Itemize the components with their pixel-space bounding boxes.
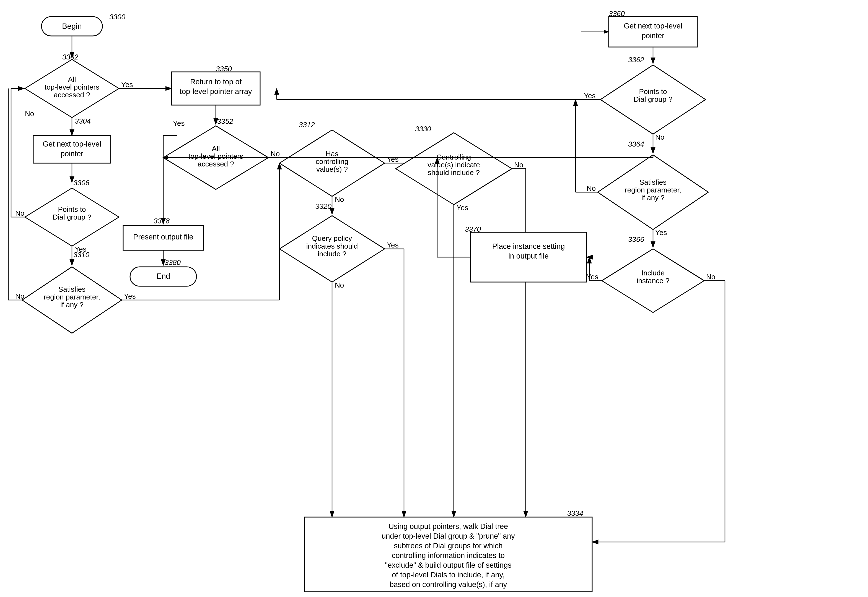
id-3352: 3352 xyxy=(217,117,233,126)
id-3300: 3300 xyxy=(109,13,125,21)
n3334-label7: based on controlling value(s), if any xyxy=(390,581,507,589)
n3304-label1: Get next top-level xyxy=(43,140,101,148)
n3302-label1: All xyxy=(68,75,76,83)
yes-3310: Yes xyxy=(124,292,135,300)
no-3320: No xyxy=(335,281,344,289)
n3330-label2: value(s) indicate xyxy=(427,160,480,169)
n3362-label2: Dial group ? xyxy=(634,95,672,103)
n3370-label2: in output file xyxy=(508,252,549,260)
id-3312: 3312 xyxy=(299,120,315,129)
id-3306: 3306 xyxy=(73,179,89,187)
n3302-label3: accessed ? xyxy=(54,91,90,99)
n3304-label2: pointer xyxy=(61,150,83,158)
n3364-label3: if any ? xyxy=(642,193,665,202)
n3312-label1: Has xyxy=(326,150,338,158)
n3366-label1: Include xyxy=(642,269,665,277)
n3306-label2: Dial group ? xyxy=(52,213,91,221)
n3366-label2: instance ? xyxy=(637,276,670,285)
no-3366: No xyxy=(706,273,715,281)
yes-3320: Yes xyxy=(387,241,399,249)
id-3362: 3362 xyxy=(628,56,644,64)
svg-rect-5 xyxy=(33,135,111,163)
n3312-label2: controlling xyxy=(316,157,348,166)
n3362-label1: Points to xyxy=(639,88,667,96)
n3364-label2: region parameter, xyxy=(625,186,681,194)
n3370-label1: Place instance setting xyxy=(492,242,565,251)
no-3352: No xyxy=(271,150,280,158)
n3352-label3: accessed ? xyxy=(198,160,234,168)
id-3302: 3302 xyxy=(62,53,78,61)
n3334-label3: subtrees of Dial groups for which xyxy=(394,542,502,550)
n3310-label3: if any ? xyxy=(60,301,83,309)
end-label: End xyxy=(156,272,170,281)
id-3334: 3334 xyxy=(567,509,583,517)
n3350-label2: top-level pointer array xyxy=(180,88,252,96)
yes-3312: Yes xyxy=(387,155,399,163)
id-3320: 3320 xyxy=(316,202,332,211)
id-3364: 3364 xyxy=(628,140,644,148)
n3310-label2: region parameter, xyxy=(44,293,100,301)
yes-3330: Yes xyxy=(457,203,468,212)
id-3304: 3304 xyxy=(75,117,91,125)
n3350-label1: Return to top of xyxy=(190,78,242,86)
n3330-label1: Controlling xyxy=(437,153,471,161)
yes-3366: Yes xyxy=(587,273,598,281)
n3320-label1: Query policy xyxy=(312,234,352,242)
id-3310: 3310 xyxy=(73,251,89,259)
n3334-label1: Using output pointers, walk Dial tree xyxy=(389,522,508,531)
no-3310: No xyxy=(15,292,24,300)
n3334-label5: "exclude" & build output file of setting… xyxy=(385,561,511,569)
n3302-label2: top-level pointers xyxy=(45,83,99,91)
id-3360: 3360 xyxy=(609,9,625,18)
n3330-label3: should include ? xyxy=(428,168,480,177)
n3364-label1: Satisfies xyxy=(639,178,667,186)
yes-3364: Yes xyxy=(655,229,667,237)
id-3380: 3380 xyxy=(165,258,181,267)
n3334-label6: of top-level Dials to include, if any, xyxy=(392,571,505,579)
id-3370: 3370 xyxy=(465,225,481,233)
no-3302: No xyxy=(25,110,34,118)
n3306-label1: Points to xyxy=(58,205,86,214)
n3378-label: Present output file xyxy=(133,233,194,241)
begin-label: Begin xyxy=(62,22,82,30)
n3310-label1: Satisfies xyxy=(58,285,85,293)
no-3362: No xyxy=(655,133,664,141)
yes-3302: Yes xyxy=(121,80,133,89)
n3352-label2: top-level pointers xyxy=(188,152,243,160)
n3320-label2: indicates should xyxy=(306,242,358,250)
flowchart: text { font-family: Arial, sans-serif; f… xyxy=(0,0,868,597)
no-3312: No xyxy=(335,195,344,203)
id-3366: 3366 xyxy=(628,235,644,244)
no-3364: No xyxy=(587,184,596,193)
yes-3352: Yes xyxy=(173,119,185,128)
n3360-label1: Get next top-level xyxy=(624,22,682,30)
n3360-label2: pointer xyxy=(642,31,665,40)
n3312-label3: value(s) ? xyxy=(316,165,348,173)
no-3306: No xyxy=(15,209,24,217)
n3334-label2: under top-level Dial group & "prune" any xyxy=(381,532,515,540)
n3334-label4: controlling information indicates to xyxy=(392,551,505,560)
n3352-label1: All xyxy=(212,144,220,153)
id-3350: 3350 xyxy=(216,65,232,73)
yes-3362: Yes xyxy=(584,92,596,100)
id-3330: 3330 xyxy=(415,125,431,133)
n3320-label3: include ? xyxy=(318,250,347,258)
id-3378: 3378 xyxy=(153,217,170,225)
no-3330: No xyxy=(514,160,523,169)
